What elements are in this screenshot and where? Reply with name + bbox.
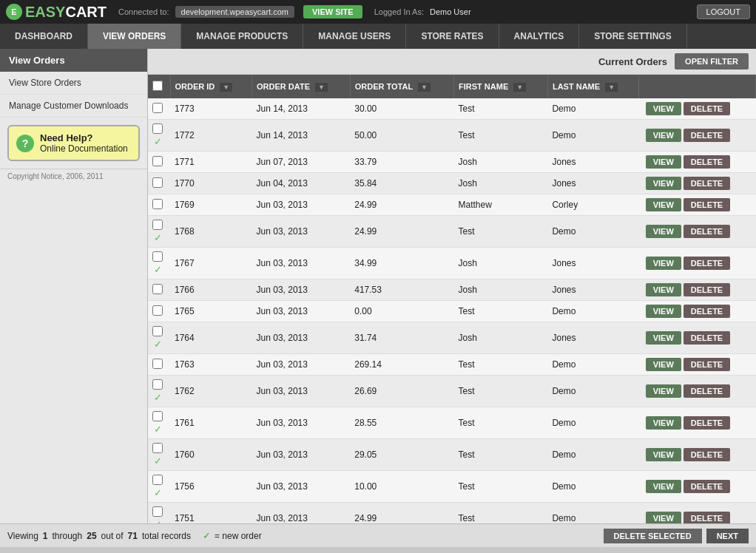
last-name-filter[interactable]: ▼: [605, 83, 618, 92]
delete-button[interactable]: DELETE: [684, 448, 730, 461]
row-checkbox[interactable]: [152, 305, 163, 316]
help-box[interactable]: ? Need Help? Online Documentation: [7, 125, 140, 161]
view-button[interactable]: VIEW: [646, 177, 681, 190]
row-checkbox[interactable]: [152, 411, 163, 421]
order-date-cell: Jun 03, 2013: [252, 354, 351, 376]
help-subtitle: Online Documentation: [40, 143, 128, 154]
delete-button[interactable]: DELETE: [684, 283, 730, 296]
row-checkbox-cell: ✓: [148, 503, 170, 524]
delete-button[interactable]: DELETE: [684, 512, 730, 523]
last-name-cell: Jones: [547, 322, 638, 354]
delete-button[interactable]: DELETE: [684, 257, 730, 270]
view-button[interactable]: VIEW: [646, 384, 681, 398]
delete-button[interactable]: DELETE: [684, 102, 730, 115]
nav-item-store-settings[interactable]: STORE SETTINGS: [579, 24, 686, 49]
order-date-cell: Jun 03, 2013: [252, 376, 351, 407]
nav-item-manage-products[interactable]: MANAGE PRODUCTS: [181, 24, 303, 49]
open-filter-button[interactable]: OPEN FILTER: [675, 53, 749, 69]
delete-button[interactable]: DELETE: [684, 358, 730, 371]
order-id-cell: 1772: [170, 120, 252, 152]
view-button[interactable]: VIEW: [646, 305, 681, 318]
col-actions: [639, 75, 756, 98]
view-button[interactable]: VIEW: [646, 129, 681, 142]
next-button[interactable]: NEXT: [706, 529, 749, 543]
delete-button[interactable]: DELETE: [684, 416, 730, 430]
sidebar-link-view-store-orders[interactable]: View Store Orders: [0, 72, 147, 95]
row-checkbox[interactable]: [152, 199, 163, 209]
delete-button[interactable]: DELETE: [684, 384, 730, 398]
view-button[interactable]: VIEW: [646, 331, 681, 345]
view-button[interactable]: VIEW: [646, 448, 681, 461]
view-site-button[interactable]: VIEW SITE: [303, 5, 362, 18]
row-checkbox[interactable]: [152, 443, 163, 453]
order-id-filter[interactable]: ▼: [220, 83, 232, 92]
new-order-icon: ✓: [154, 455, 162, 467]
nav-item-analytics[interactable]: ANALYTICS: [499, 24, 580, 49]
row-checkbox[interactable]: [152, 220, 163, 230]
view-button[interactable]: VIEW: [646, 283, 681, 296]
nav-item-dashboard[interactable]: DASHBOARD: [0, 24, 88, 49]
row-checkbox-cell: ✓: [148, 471, 170, 503]
first-name-filter[interactable]: ▼: [513, 83, 526, 92]
order-date-cell: Jun 03, 2013: [252, 503, 351, 524]
sidebar-link-manage-customer-downloads[interactable]: Manage Customer Downloads: [0, 95, 147, 118]
col-order-id: ORDER ID ▼: [170, 75, 252, 98]
row-checkbox[interactable]: [152, 177, 163, 188]
new-order-check-icon: ✓: [203, 531, 210, 541]
actions-cell: VIEWDELETE: [639, 503, 756, 524]
order-total-filter[interactable]: ▼: [418, 83, 431, 92]
actions-cell: VIEWDELETE: [639, 120, 756, 152]
delete-selected-button[interactable]: DELETE SELECTED: [604, 529, 702, 543]
delete-button[interactable]: DELETE: [684, 177, 730, 190]
view-button[interactable]: VIEW: [646, 416, 681, 430]
row-checkbox-cell: ✓: [148, 120, 170, 152]
new-order-icon: ✓: [154, 232, 162, 243]
delete-button[interactable]: DELETE: [684, 331, 730, 345]
view-button[interactable]: VIEW: [646, 480, 681, 493]
delete-button[interactable]: DELETE: [684, 305, 730, 318]
view-button[interactable]: VIEW: [646, 155, 681, 169]
order-date-filter[interactable]: ▼: [315, 83, 328, 92]
nav-item-store-rates[interactable]: STORE RATES: [406, 24, 499, 49]
last-name-cell: Demo: [547, 98, 638, 120]
row-checkbox[interactable]: [152, 326, 163, 336]
col-order-total: ORDER TOTAL ▼: [350, 75, 453, 98]
delete-button[interactable]: DELETE: [684, 198, 730, 211]
view-button[interactable]: VIEW: [646, 358, 681, 371]
row-checkbox[interactable]: [152, 123, 163, 134]
row-checkbox[interactable]: [152, 379, 163, 390]
row-checkbox[interactable]: [152, 284, 163, 294]
delete-button[interactable]: DELETE: [684, 480, 730, 493]
table-header-row: ORDER ID ▼ ORDER DATE ▼ ORDER TOTAL ▼ FI…: [148, 75, 756, 98]
view-button[interactable]: VIEW: [646, 257, 681, 270]
view-button[interactable]: VIEW: [646, 198, 681, 211]
row-checkbox[interactable]: [152, 103, 163, 113]
connected-label: Connected to:: [118, 7, 169, 16]
last-name-cell: Demo: [547, 354, 638, 376]
main-content: Current Orders OPEN FILTER ORDER ID ▼ OR…: [148, 49, 756, 523]
actions-cell: VIEWDELETE: [639, 173, 756, 194]
order-total-cell: 33.79: [350, 152, 453, 173]
row-checkbox[interactable]: [152, 251, 163, 262]
table-row: ✓1762Jun 03, 201326.69TestDemoVIEWDELETE: [148, 376, 756, 407]
table-row: ✓1764Jun 03, 201331.74JoshJonesVIEWDELET…: [148, 322, 756, 354]
row-checkbox[interactable]: [152, 475, 163, 485]
row-checkbox[interactable]: [152, 506, 163, 517]
through-label: through: [53, 531, 83, 541]
connected-value: development.wpeasycart.com: [175, 6, 295, 18]
table-row: 1763Jun 03, 2013269.14TestDemoVIEWDELETE: [148, 354, 756, 376]
row-checkbox[interactable]: [152, 359, 163, 369]
delete-button[interactable]: DELETE: [684, 155, 730, 169]
logout-button[interactable]: LOGOUT: [697, 4, 750, 19]
delete-button[interactable]: DELETE: [684, 129, 730, 142]
nav-item-view-orders[interactable]: VIEW ORDERS: [88, 24, 181, 49]
view-button[interactable]: VIEW: [646, 512, 681, 523]
view-button[interactable]: VIEW: [646, 102, 681, 115]
sidebar: View Orders View Store OrdersManage Cust…: [0, 49, 148, 523]
select-all-checkbox[interactable]: [152, 81, 163, 91]
delete-button[interactable]: DELETE: [684, 225, 730, 238]
row-checkbox[interactable]: [152, 156, 163, 166]
nav-item-manage-users[interactable]: MANAGE USERS: [303, 24, 406, 49]
last-name-cell: Jones: [547, 279, 638, 301]
view-button[interactable]: VIEW: [646, 225, 681, 238]
